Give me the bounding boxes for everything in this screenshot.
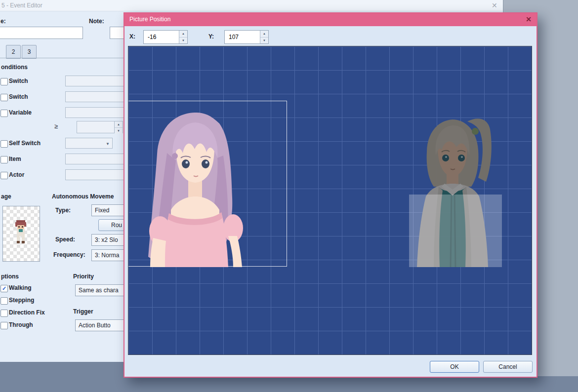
- spin-down-icon[interactable]: ▼: [115, 128, 123, 134]
- switch2-label: Switch: [9, 93, 28, 101]
- dialog-titlebar[interactable]: Picture Position ✕: [124, 13, 537, 26]
- stepping-label: Stepping: [9, 297, 34, 304]
- movement-heading: Autonomous Moveme: [52, 193, 114, 200]
- priority-heading: Priority: [73, 273, 94, 280]
- variable-value-field[interactable]: [65, 107, 128, 118]
- x-label: X:: [129, 33, 135, 40]
- frequency-label: Frequency:: [53, 251, 85, 259]
- variable-amount-input[interactable]: [77, 121, 118, 133]
- walking-label: Walking: [9, 284, 32, 292]
- route-button-label: Rou: [111, 222, 122, 229]
- y-input[interactable]: [225, 31, 263, 43]
- tab-page-2-label: 2: [12, 48, 15, 55]
- switch1-checkbox[interactable]: [0, 78, 8, 85]
- y-spin-buttons: ▲ ▼: [260, 31, 268, 43]
- desktop-background: 5 - Event Editor ✕ e: Note: 2 3 ondition…: [0, 0, 578, 392]
- x-input[interactable]: [144, 31, 182, 43]
- variable-amount-spin-buttons: ▲ ▼: [114, 121, 123, 133]
- switch1-value-field[interactable]: [65, 76, 128, 86]
- item-checkbox[interactable]: [0, 156, 8, 163]
- self-switch-select[interactable]: ▼: [65, 138, 113, 149]
- y-spinner: ▲ ▼: [224, 30, 269, 44]
- item-label: Item: [9, 156, 21, 163]
- ok-button-label: OK: [450, 363, 458, 370]
- switch1-label: Switch: [9, 78, 28, 85]
- spin-up-icon[interactable]: ▲: [179, 31, 187, 38]
- trigger-select[interactable]: Action Butto: [75, 319, 131, 331]
- desktop-bottom-strip: [0, 376, 578, 392]
- tab-page-2[interactable]: 2: [6, 45, 21, 59]
- name-input[interactable]: [0, 27, 83, 39]
- speed-value: 3: x2 Slo: [95, 236, 118, 243]
- variable-amount-spinner[interactable]: ▲ ▼: [77, 121, 123, 133]
- cancel-button-label: Cancel: [498, 363, 517, 370]
- x-spin-buttons: ▲ ▼: [179, 31, 187, 43]
- event-editor-title: 5 - Event Editor: [1, 2, 42, 9]
- ok-button[interactable]: OK: [430, 361, 479, 373]
- close-icon[interactable]: ✕: [526, 15, 532, 23]
- trigger-value: Action Butto: [79, 322, 111, 329]
- actor-value-field[interactable]: [65, 169, 128, 180]
- type-label: Type:: [55, 207, 71, 214]
- conditions-heading: onditions: [1, 64, 28, 71]
- stepping-checkbox[interactable]: [0, 297, 8, 305]
- item-value-field[interactable]: [65, 154, 128, 164]
- note-label: Note:: [89, 18, 104, 25]
- direction-fix-label: Direction Fix: [9, 309, 45, 316]
- chevron-down-icon: ▼: [106, 139, 110, 149]
- speed-label: Speed:: [55, 236, 75, 243]
- picture-preview-selected[interactable]: [136, 109, 257, 267]
- character-sprite: [12, 219, 29, 245]
- dialog-title: Picture Position: [129, 16, 170, 23]
- tab-page-3-label: 3: [28, 48, 31, 55]
- spin-up-icon[interactable]: ▲: [115, 121, 123, 128]
- ghost-highlight-overlay: [409, 195, 502, 267]
- frequency-value: 3: Norma: [95, 252, 119, 259]
- trigger-heading: Trigger: [73, 308, 93, 315]
- priority-select[interactable]: Same as chara: [75, 284, 131, 296]
- cancel-button[interactable]: Cancel: [483, 361, 533, 373]
- actor-checkbox[interactable]: [0, 172, 8, 179]
- switch2-checkbox[interactable]: [0, 94, 8, 101]
- greater-equal-label: ≥: [54, 122, 58, 130]
- priority-value: Same as chara: [79, 287, 119, 294]
- spin-down-icon[interactable]: ▼: [260, 38, 268, 44]
- spin-up-icon[interactable]: ▲: [260, 31, 268, 38]
- switch2-value-field[interactable]: [65, 91, 128, 102]
- tab-page-3[interactable]: 3: [22, 45, 37, 59]
- movement-type-value: Fixed: [95, 207, 109, 214]
- actor-label: Actor: [9, 171, 24, 179]
- through-label: Through: [9, 321, 33, 329]
- image-preview-box[interactable]: [2, 206, 40, 262]
- picture-position-dialog: Picture Position ✕ X: ▲ ▼ Y: ▲ ▼: [124, 12, 537, 378]
- self-switch-checkbox[interactable]: [0, 140, 8, 148]
- name-label: e:: [0, 18, 6, 25]
- variable-label: Variable: [9, 109, 32, 117]
- y-label: Y:: [208, 33, 214, 40]
- options-heading: ptions: [1, 273, 19, 280]
- spin-down-icon[interactable]: ▼: [179, 38, 187, 44]
- self-switch-label: Self Switch: [9, 140, 41, 147]
- image-heading: age: [1, 193, 11, 200]
- x-spinner: ▲ ▼: [143, 30, 188, 44]
- direction-fix-checkbox[interactable]: [0, 310, 8, 317]
- walking-checkbox[interactable]: ✓: [0, 285, 8, 292]
- picture-preview-grid[interactable]: [128, 46, 532, 355]
- window-close-icon[interactable]: ✕: [492, 1, 497, 9]
- event-editor-titlebar: 5 - Event Editor ✕: [0, 0, 503, 11]
- through-checkbox[interactable]: [0, 322, 8, 329]
- variable-checkbox[interactable]: [0, 110, 8, 117]
